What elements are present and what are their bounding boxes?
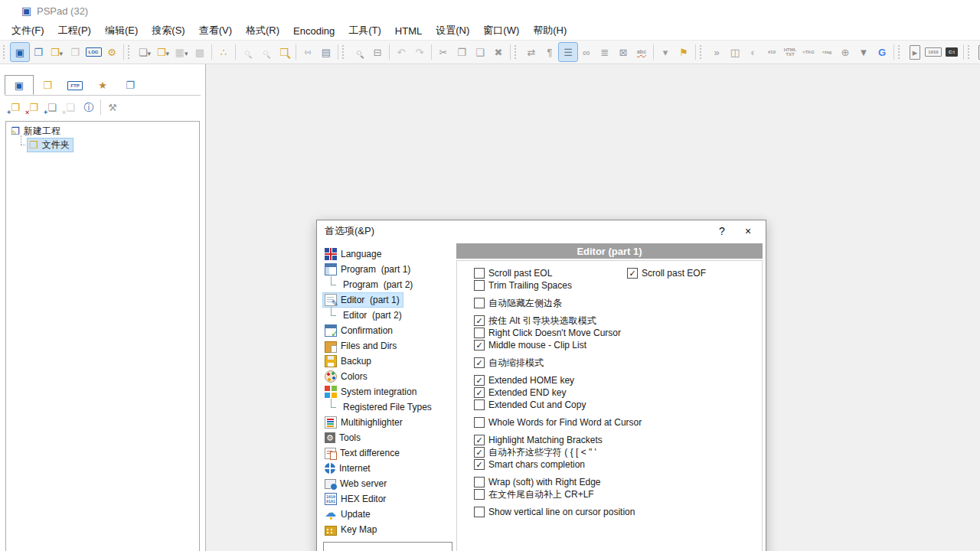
hex-mode-button[interactable]: 1010: [924, 43, 942, 61]
checkbox[interactable]: [474, 435, 485, 445]
checkbox-row[interactable]: Whole Words for Find Word at Cursor: [474, 416, 642, 429]
checklist-button[interactable]: ≣: [596, 43, 614, 61]
dropdown-arrow-icon[interactable]: [148, 45, 152, 59]
menu-item-6[interactable]: Encoding: [286, 23, 341, 39]
menu-item-2[interactable]: 编辑(E): [98, 21, 145, 40]
copy-button[interactable]: ❐: [452, 43, 471, 61]
dropdown-arrow-icon[interactable]: [60, 45, 64, 59]
checkbox-row[interactable]: Wrap (soft) with Right Edge: [474, 476, 642, 488]
terminal-button[interactable]: C:\: [942, 43, 961, 61]
show-formatting-button[interactable]: ¶: [541, 43, 559, 61]
menu-item-8[interactable]: HTML: [388, 23, 429, 39]
checkbox[interactable]: [474, 315, 485, 326]
checkbox[interactable]: [474, 417, 485, 428]
cut-button[interactable]: ✂: [434, 43, 452, 61]
info-button[interactable]: ⓘ: [80, 98, 98, 116]
project-tools-button[interactable]: ⚒: [103, 98, 122, 116]
tag-lowercase-button[interactable]: <tag: [818, 43, 836, 61]
search-sort-button[interactable]: ○: [256, 43, 275, 61]
checkbox-row[interactable]: Highlight Matching Brackets: [474, 434, 642, 446]
checkbox[interactable]: [474, 399, 485, 410]
checkbox-row[interactable]: 在文件尾自动补上 CR+LF: [474, 488, 642, 500]
save-all-button[interactable]: ▩: [191, 43, 209, 61]
add-folder-button[interactable]: ❒+: [6, 98, 24, 116]
toolbar-grip-handle[interactable]: [898, 45, 903, 59]
category-item-15[interactable]: Web server: [323, 476, 452, 491]
category-item-5[interactable]: Confirmation: [323, 323, 452, 338]
toolbar-grip-handle[interactable]: [128, 45, 132, 59]
category-item-3[interactable]: Editor (part 1): [323, 292, 452, 308]
filter-funnel-button[interactable]: ▼: [854, 43, 873, 61]
new-project-button[interactable]: ▣: [11, 43, 29, 61]
category-item-1[interactable]: Program (part 1): [323, 262, 452, 277]
checkbox[interactable]: [474, 507, 485, 517]
matching-brackets-button[interactable]: {+}: [299, 43, 317, 61]
menu-item-1[interactable]: 工程(P): [51, 21, 98, 40]
ftp-tab[interactable]: FTP: [61, 76, 89, 95]
html-to-text-button[interactable]: HTML TXT: [781, 43, 799, 61]
checkbox-row[interactable]: Middle mouse - Clip List: [474, 339, 642, 351]
checkbox-row[interactable]: 自动缩排模式: [474, 357, 642, 369]
checkbox-row[interactable]: Right Click Doesn't Move Cursor: [474, 327, 642, 339]
save-file-button[interactable]: ▦: [172, 43, 191, 61]
open-project-button[interactable]: ❒: [47, 43, 66, 61]
delete-button[interactable]: ✖: [489, 43, 508, 61]
checkbox-row[interactable]: Extended END key: [474, 386, 642, 399]
checkbox-row[interactable]: Scroll past EOL: [474, 267, 642, 279]
search-in-files-button[interactable]: ❒: [275, 43, 293, 61]
dropdown-arrow-icon[interactable]: [166, 45, 170, 59]
code-explorer-button[interactable]: ∴: [214, 43, 233, 61]
auto-indent-button[interactable]: ⇄: [522, 43, 541, 61]
checkbox[interactable]: [474, 447, 485, 458]
category-item-8[interactable]: Colors: [323, 369, 452, 384]
menu-item-3[interactable]: 搜索(S): [145, 21, 191, 40]
favorites-tab[interactable]: ★: [89, 76, 116, 95]
checkbox[interactable]: [474, 298, 485, 308]
checkbox[interactable]: [474, 328, 485, 338]
undo-button[interactable]: ↶: [392, 43, 410, 61]
menu-item-0[interactable]: 文件(F): [5, 21, 51, 40]
category-search-input[interactable]: [323, 542, 452, 551]
checkbox[interactable]: [474, 357, 485, 368]
line-numbers-button[interactable]: ☰: [559, 43, 577, 61]
checkbox[interactable]: [474, 489, 485, 500]
redo-button[interactable]: ↷: [410, 43, 429, 61]
toolbar-grip-handle[interactable]: [342, 45, 347, 59]
more-tools-button[interactable]: ▾: [656, 43, 675, 61]
category-item-9[interactable]: System integration: [323, 384, 452, 399]
tag-uppercase-button[interactable]: <TAG: [799, 43, 818, 61]
category-item-11[interactable]: Multihighlighter: [323, 415, 452, 430]
category-item-14[interactable]: Internet: [323, 461, 452, 476]
category-item-6[interactable]: Files and Dirs: [323, 338, 452, 354]
project-settings-button[interactable]: ⚙: [103, 43, 121, 61]
tree-item-project-root[interactable]: ❐✎ 新建工程: [6, 124, 199, 138]
open-file-button[interactable]: ❒: [154, 43, 172, 61]
category-item-0[interactable]: Language: [323, 246, 452, 262]
category-item-10[interactable]: Registered File Types: [323, 399, 452, 415]
category-item-17[interactable]: Update: [323, 507, 452, 522]
category-item-2[interactable]: Program (part 2): [323, 277, 452, 292]
stop-button[interactable]: ■: [975, 43, 980, 61]
menu-item-5[interactable]: 格式(R): [239, 21, 286, 40]
menu-item-11[interactable]: 帮助(H): [526, 21, 573, 40]
dialog-help-button[interactable]: ?: [709, 221, 735, 241]
menu-item-9[interactable]: 设置(N): [429, 21, 476, 40]
search-button[interactable]: ○: [238, 43, 256, 61]
checkbox[interactable]: [474, 268, 485, 279]
add-file-button[interactable]: ❏+: [43, 98, 61, 116]
category-item-12[interactable]: Tools: [323, 430, 452, 445]
menu-item-10[interactable]: 窗口(W): [476, 21, 526, 40]
category-item-7[interactable]: Backup: [323, 354, 452, 369]
checkbox-row[interactable]: Extended HOME key: [474, 374, 642, 386]
pin-button[interactable]: ⚑: [675, 43, 693, 61]
code-folding-button[interactable]: ∞: [577, 43, 596, 61]
dialog-close-button[interactable]: ×: [735, 221, 761, 241]
project-tab[interactable]: ▣: [5, 75, 34, 95]
checkbox-row[interactable]: 按住 Alt 引导块块选取模式: [474, 315, 642, 327]
new-file-button[interactable]: ❏: [136, 43, 154, 61]
toolbar-grip-handle[interactable]: [3, 45, 8, 59]
checkbox-row[interactable]: Trim Trailing Spaces: [474, 279, 642, 292]
toolbar-grip-handle[interactable]: [514, 45, 519, 59]
run-script-button[interactable]: ▸: [906, 43, 924, 61]
save-project-button[interactable]: ❐: [66, 43, 84, 61]
